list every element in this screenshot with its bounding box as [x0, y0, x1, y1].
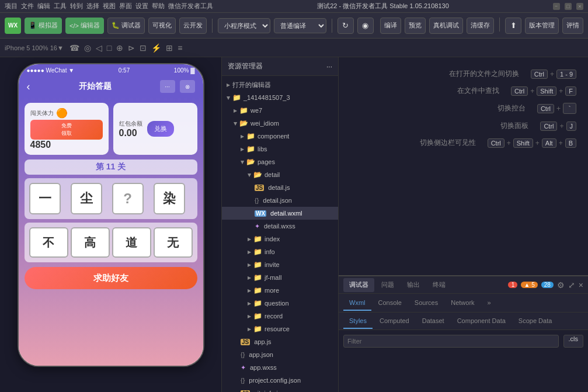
free-claim-button[interactable]: 免费 领取	[30, 120, 103, 140]
refresh-button[interactable]: ↻	[338, 18, 354, 34]
folder-libs[interactable]: ▶ 📁 libs	[222, 143, 338, 155]
folder-resource[interactable]: ▶ 📁 resource	[222, 322, 338, 335]
file-siteinfo-js[interactable]: JS siteinfo.js	[222, 387, 338, 392]
editor-button[interactable]: </> 编辑器	[65, 18, 104, 34]
folder-wei-idiom[interactable]: ▶ 📂 wei_idiom	[222, 117, 338, 130]
cls-button[interactable]: .cls	[563, 335, 584, 348]
phone-menu-icon[interactable]: ···	[160, 80, 175, 93]
menu-icon[interactable]: ≡	[178, 43, 182, 53]
version-button[interactable]: 版本管理	[525, 18, 559, 34]
real-machine-button[interactable]: 真机调试	[429, 18, 463, 34]
option-box-4[interactable]: 无	[154, 227, 193, 258]
phone-close-icon[interactable]: ⊗	[180, 80, 195, 93]
phone-icon[interactable]: ☎	[69, 43, 79, 53]
review-button[interactable]: 评情	[562, 18, 583, 34]
char-box-3[interactable]: ?	[112, 183, 144, 214]
folder-component[interactable]: ▶ 📁 component	[222, 130, 338, 143]
folder-index[interactable]: ▶ 📁 index	[222, 233, 338, 245]
visualize-button[interactable]: 可视化	[148, 18, 176, 34]
home-icon[interactable]: □	[107, 43, 112, 53]
option-box-1[interactable]: 不	[29, 227, 68, 258]
clear-cache-button[interactable]: 清缓存	[467, 18, 494, 34]
char-box-2[interactable]: 尘	[71, 183, 102, 214]
folder-question[interactable]: ▶ 📁 question	[222, 297, 338, 310]
folder-record[interactable]: ▶ 📁 record	[222, 310, 338, 322]
menu-item-project[interactable]: 项目	[5, 2, 18, 11]
char-box-1[interactable]: 一	[29, 183, 61, 214]
menu-item-goto[interactable]: 转到	[70, 2, 83, 11]
minimize-button[interactable]: －	[553, 3, 560, 10]
menu-item-file[interactable]: 文件	[21, 2, 34, 11]
simulator-button[interactable]: 📱 模拟器	[25, 18, 62, 34]
compile-select[interactable]: 普通编译	[274, 18, 326, 33]
cloud-button[interactable]: 云开发	[179, 18, 207, 34]
menu-item-tools[interactable]: 工具	[54, 2, 67, 11]
inspector-tab-computed[interactable]: Computed	[374, 314, 415, 329]
folder-we7[interactable]: ▶ 📁 we7	[222, 104, 338, 117]
help-button[interactable]: 求助好友	[25, 267, 197, 289]
file-detail-json[interactable]: {} detail.json	[222, 194, 338, 207]
inspector-tab-styles[interactable]: Styles	[343, 314, 373, 329]
menu-item-settings[interactable]: 设置	[135, 2, 148, 11]
menu-item-interface[interactable]: 界面	[119, 2, 132, 11]
close-button[interactable]: ×	[576, 3, 583, 10]
file-app-json[interactable]: {} app.json	[222, 348, 338, 361]
layout-icon[interactable]: ⊞	[166, 43, 173, 53]
menu-item-view[interactable]: 视图	[103, 2, 116, 11]
folder-more[interactable]: ▶ 📁 more	[222, 284, 338, 297]
option-box-2[interactable]: 高	[71, 227, 110, 258]
grid-icon[interactable]: ⊡	[140, 43, 147, 53]
compile-button[interactable]: 编译	[380, 18, 401, 34]
menu-item-select[interactable]: 选择	[86, 2, 99, 11]
upload-button[interactable]: ⬆	[505, 18, 521, 34]
option-box-3[interactable]: 道	[112, 227, 151, 258]
file-app-js[interactable]: JS app.js	[222, 335, 338, 348]
subtab-console[interactable]: Console	[373, 296, 408, 311]
maximize-button[interactable]: □	[565, 3, 572, 10]
file-detail-wxss[interactable]: ✦ detail.wxss	[222, 220, 338, 233]
file-app-wxss[interactable]: ✦ app.wxss	[222, 361, 338, 374]
tab-problems[interactable]: 问题	[375, 278, 400, 292]
open-editors-section[interactable]: ▶ 打开的编辑器	[222, 78, 338, 91]
folder-jf-mall[interactable]: ▶ 📁 jf-mall	[222, 271, 338, 284]
exchange-button[interactable]: 兑换	[147, 121, 174, 137]
project-root-item[interactable]: ▶ 📁 _1414481507_3	[222, 91, 338, 104]
folder-pages[interactable]: ▶ 📂 pages	[222, 155, 338, 168]
add-icon[interactable]: ⊕	[116, 43, 123, 53]
debugger-button[interactable]: 🐛 调试器	[107, 18, 145, 34]
inspector-tab-component-data[interactable]: Component Data	[451, 314, 512, 329]
folder-invite[interactable]: ▶ 📁 invite	[222, 258, 338, 271]
preview-button[interactable]: 预览	[405, 18, 426, 34]
folder-info[interactable]: ▶ 📁 info	[222, 245, 338, 258]
preview-icon-button[interactable]: ◉	[357, 18, 374, 34]
folder-detail[interactable]: ▶ 📂 detail	[222, 168, 338, 181]
menu-item-help[interactable]: 帮助	[152, 2, 165, 11]
filter-input[interactable]	[343, 335, 559, 348]
tab-debugger[interactable]: 调试器	[343, 278, 374, 292]
lightning-icon[interactable]: ⚡	[151, 43, 161, 53]
inspector-tab-dataset[interactable]: Dataset	[416, 314, 450, 329]
menu-item-edit[interactable]: 编辑	[37, 2, 50, 11]
devtools-settings-icon[interactable]: ⚙	[557, 280, 565, 290]
subtab-network[interactable]: Network	[445, 296, 480, 311]
file-detail-wxml[interactable]: WX detail.wxml	[222, 207, 338, 220]
devtools-close-icon[interactable]: ×	[579, 280, 583, 290]
phone-back-button[interactable]: ‹	[27, 81, 30, 93]
device-label[interactable]: iPhone 5 100% 16▼	[5, 44, 64, 51]
char-box-4[interactable]: 染	[154, 183, 185, 214]
subtab-sources[interactable]: Sources	[409, 296, 444, 311]
subtab-wxml[interactable]: Wxml	[343, 296, 371, 311]
file-detail-js[interactable]: JS detail.js	[222, 181, 338, 194]
file-project-config[interactable]: {} project.config.json	[222, 374, 338, 387]
tab-output[interactable]: 输出	[401, 278, 426, 292]
menu-item-wechat[interactable]: 微信开发者工具	[168, 2, 213, 11]
file-explorer-more[interactable]: ···	[326, 63, 332, 71]
subtab-more[interactable]: »	[482, 296, 497, 311]
devtools-expand-icon[interactable]: ⤢	[568, 280, 575, 290]
inspector-tab-scope-data[interactable]: Scope Data	[513, 314, 558, 329]
tab-terminal[interactable]: 终端	[427, 278, 451, 292]
back-icon[interactable]: ◁	[96, 43, 102, 53]
inspect-icon[interactable]: ⊳	[128, 43, 135, 53]
circle-icon[interactable]: ◎	[84, 43, 91, 53]
mode-select[interactable]: 小程序模式	[218, 18, 270, 33]
